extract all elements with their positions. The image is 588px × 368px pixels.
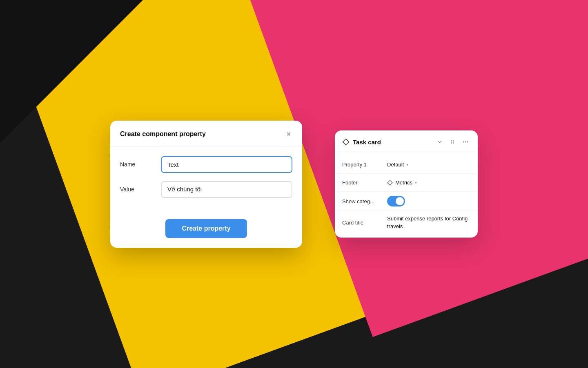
move-icon [449,139,456,145]
value-label: Value [120,186,161,193]
task-card-body: Property 1 Default ▾ Footer Metrics ▾ [335,152,478,237]
task-card: Task card [335,130,478,237]
card-title-value: Submit expense reports for Config travel… [387,215,470,230]
ellipsis-icon [462,139,469,145]
svg-point-0 [451,140,452,141]
dialog-header: Create component property × [110,121,302,146]
prop-label-card-title: Card title [342,220,387,226]
name-row: Name [120,156,292,173]
diamond-icon [342,138,350,146]
prop-value-1[interactable]: Default ▾ [387,162,408,168]
property-row-1: Property 1 Default ▾ [335,155,478,173]
svg-point-3 [453,142,454,144]
prop-label-footer: Footer [342,180,387,186]
prop-label-categ: Show categ... [342,198,387,204]
property-row-categ: Show categ... [335,191,478,211]
dialog-title: Create component property [120,130,206,138]
more-options-button[interactable] [461,137,470,147]
property-row-card-title: Card title Submit expense reports for Co… [335,211,478,234]
task-card-chevron-button[interactable] [435,137,444,146]
dropdown-chevron-1: ▾ [406,162,408,167]
svg-point-1 [453,140,454,141]
header-icons [448,137,470,147]
svg-point-2 [451,142,452,144]
footer-diamond-icon [387,180,393,186]
value-row: Value [120,181,292,198]
svg-point-5 [465,141,466,143]
prop-label-1: Property 1 [342,162,387,168]
value-input[interactable] [161,181,292,198]
dialog-footer: Create property [110,219,302,248]
svg-point-6 [467,141,468,143]
name-input[interactable] [161,156,292,173]
prop-value-footer[interactable]: Metrics ▾ [387,180,417,186]
task-card-header: Task card [335,130,478,152]
toggle-wrap [387,196,405,206]
create-property-dialog: Create component property × Name Value C… [110,121,302,248]
chevron-down-icon [437,139,443,145]
close-button[interactable]: × [285,129,292,139]
move-icon-button[interactable] [448,137,457,147]
svg-point-4 [463,141,464,143]
cards-wrapper: Create component property × Name Value C… [0,0,588,368]
show-category-toggle[interactable] [387,196,405,206]
dropdown-chevron-footer: ▾ [415,180,417,185]
name-label: Name [120,161,161,168]
task-card-title: Task card [353,139,432,146]
property-row-footer: Footer Metrics ▾ [335,173,478,191]
create-property-button[interactable]: Create property [165,219,247,238]
dialog-body: Name Value [110,146,302,219]
